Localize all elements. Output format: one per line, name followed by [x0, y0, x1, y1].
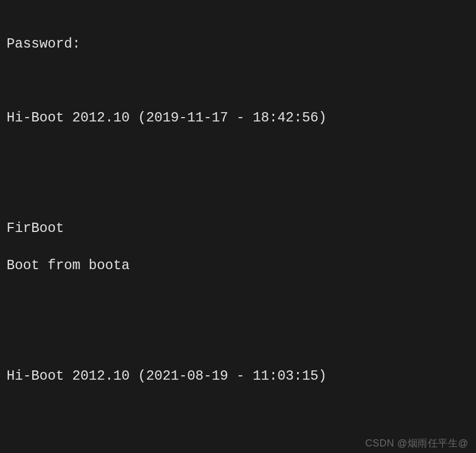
password-prompt: Password:	[7, 35, 469, 54]
hiboot-version-2: Hi-Boot 2012.10 (2021-08-19 - 11:03:15)	[7, 367, 469, 386]
csdn-watermark: CSDN @烟雨任平生@	[365, 437, 468, 450]
firboot-label: FirBoot	[7, 219, 469, 238]
blank-line	[7, 146, 469, 164]
terminal-output: Password: Hi-Boot 2012.10 (2019-11-17 - …	[7, 16, 469, 453]
boot-from-boota: Boot from boota	[7, 257, 469, 275]
hiboot-version-1: Hi-Boot 2012.10 (2019-11-17 - 18:42:56)	[7, 109, 469, 127]
blank-line	[7, 72, 469, 90]
blank-line	[7, 330, 469, 349]
blank-line	[7, 183, 469, 201]
blank-line	[7, 293, 469, 312]
blank-line	[7, 404, 469, 423]
